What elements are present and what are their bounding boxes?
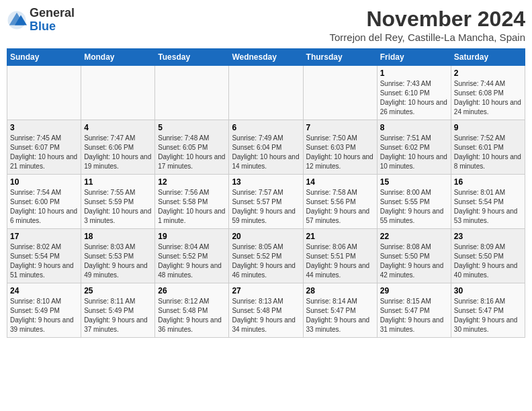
calendar-cell: 23Sunrise: 8:09 AM Sunset: 5:50 PM Dayli… [451, 229, 525, 283]
day-info: Sunrise: 8:08 AM Sunset: 5:50 PM Dayligh… [380, 242, 448, 280]
calendar-cell: 3Sunrise: 7:45 AM Sunset: 6:07 PM Daylig… [7, 120, 81, 175]
day-number: 13 [232, 177, 300, 187]
day-info: Sunrise: 8:13 AM Sunset: 5:48 PM Dayligh… [232, 297, 300, 334]
day-number: 23 [454, 232, 522, 241]
calendar-cell: 13Sunrise: 7:57 AM Sunset: 5:57 PM Dayli… [229, 175, 303, 229]
calendar-cell: 7Sunrise: 7:50 AM Sunset: 6:03 PM Daylig… [303, 120, 377, 175]
day-number: 10 [10, 177, 78, 187]
day-info: Sunrise: 7:57 AM Sunset: 5:57 PM Dayligh… [232, 188, 300, 226]
day-number: 1 [380, 68, 448, 78]
calendar-cell: 25Sunrise: 8:11 AM Sunset: 5:49 PM Dayli… [81, 283, 155, 338]
day-info: Sunrise: 8:00 AM Sunset: 5:55 PM Dayligh… [380, 188, 448, 226]
day-info: Sunrise: 8:11 AM Sunset: 5:49 PM Dayligh… [84, 297, 152, 334]
day-number: 17 [10, 232, 78, 241]
calendar-cell: 8Sunrise: 7:51 AM Sunset: 6:02 PM Daylig… [377, 120, 451, 175]
week-row-0: 1Sunrise: 7:43 AM Sunset: 6:10 PM Daylig… [7, 66, 525, 120]
calendar-cell: 11Sunrise: 7:55 AM Sunset: 5:59 PM Dayli… [81, 175, 155, 229]
day-info: Sunrise: 8:05 AM Sunset: 5:52 PM Dayligh… [232, 242, 300, 280]
day-info: Sunrise: 8:09 AM Sunset: 5:50 PM Dayligh… [454, 242, 522, 280]
day-info: Sunrise: 7:51 AM Sunset: 6:02 PM Dayligh… [380, 134, 448, 171]
calendar-cell: 21Sunrise: 8:06 AM Sunset: 5:51 PM Dayli… [303, 229, 377, 283]
day-number: 8 [380, 123, 448, 132]
logo: General Blue [7, 7, 75, 34]
calendar-cell: 27Sunrise: 8:13 AM Sunset: 5:48 PM Dayli… [229, 283, 303, 338]
day-info: Sunrise: 8:10 AM Sunset: 5:49 PM Dayligh… [10, 297, 78, 334]
day-number: 14 [306, 177, 374, 187]
day-number: 24 [10, 286, 78, 295]
day-info: Sunrise: 7:43 AM Sunset: 6:10 PM Dayligh… [380, 79, 448, 117]
day-info: Sunrise: 7:49 AM Sunset: 6:04 PM Dayligh… [232, 134, 300, 171]
calendar-cell [229, 66, 303, 120]
day-number: 4 [84, 123, 152, 132]
calendar-cell: 14Sunrise: 7:58 AM Sunset: 5:56 PM Dayli… [303, 175, 377, 229]
calendar-cell: 5Sunrise: 7:48 AM Sunset: 6:05 PM Daylig… [155, 120, 229, 175]
header-day-tuesday: Tuesday [155, 49, 229, 66]
logo-blue: Blue [30, 20, 75, 34]
day-number: 5 [158, 123, 226, 132]
day-number: 16 [454, 177, 522, 187]
calendar-cell: 19Sunrise: 8:04 AM Sunset: 5:52 PM Dayli… [155, 229, 229, 283]
calendar-cell [81, 66, 155, 120]
day-info: Sunrise: 7:44 AM Sunset: 6:08 PM Dayligh… [454, 79, 522, 117]
day-number: 26 [158, 286, 226, 295]
day-info: Sunrise: 7:52 AM Sunset: 6:01 PM Dayligh… [454, 134, 522, 171]
calendar-cell [155, 66, 229, 120]
day-number: 28 [306, 286, 374, 295]
day-number: 29 [380, 286, 448, 295]
day-number: 19 [158, 232, 226, 241]
calendar-cell: 1Sunrise: 7:43 AM Sunset: 6:10 PM Daylig… [377, 66, 451, 120]
calendar-cell: 6Sunrise: 7:49 AM Sunset: 6:04 PM Daylig… [229, 120, 303, 175]
calendar-cell: 17Sunrise: 8:02 AM Sunset: 5:54 PM Dayli… [7, 229, 81, 283]
calendar-cell: 29Sunrise: 8:15 AM Sunset: 5:47 PM Dayli… [377, 283, 451, 338]
day-number: 11 [84, 177, 152, 187]
day-info: Sunrise: 8:15 AM Sunset: 5:47 PM Dayligh… [380, 297, 448, 334]
day-info: Sunrise: 7:50 AM Sunset: 6:03 PM Dayligh… [306, 134, 374, 171]
month-title: November 2024 [329, 7, 525, 32]
logo-text: General Blue [30, 7, 75, 34]
week-row-3: 17Sunrise: 8:02 AM Sunset: 5:54 PM Dayli… [7, 229, 525, 283]
day-info: Sunrise: 7:45 AM Sunset: 6:07 PM Dayligh… [10, 134, 78, 171]
calendar-cell [7, 66, 81, 120]
calendar-cell: 24Sunrise: 8:10 AM Sunset: 5:49 PM Dayli… [7, 283, 81, 338]
calendar-header-row: SundayMondayTuesdayWednesdayThursdayFrid… [7, 49, 525, 66]
day-number: 20 [232, 232, 300, 241]
calendar-cell: 18Sunrise: 8:03 AM Sunset: 5:53 PM Dayli… [81, 229, 155, 283]
day-info: Sunrise: 7:56 AM Sunset: 5:58 PM Dayligh… [158, 188, 226, 226]
day-info: Sunrise: 8:16 AM Sunset: 5:47 PM Dayligh… [454, 297, 522, 334]
header-day-monday: Monday [81, 49, 155, 66]
day-number: 15 [380, 177, 448, 187]
calendar-cell: 4Sunrise: 7:47 AM Sunset: 6:06 PM Daylig… [81, 120, 155, 175]
day-info: Sunrise: 8:04 AM Sunset: 5:52 PM Dayligh… [158, 242, 226, 280]
day-number: 30 [454, 286, 522, 295]
week-row-4: 24Sunrise: 8:10 AM Sunset: 5:49 PM Dayli… [7, 283, 525, 338]
calendar-cell: 2Sunrise: 7:44 AM Sunset: 6:08 PM Daylig… [451, 66, 525, 120]
day-info: Sunrise: 7:54 AM Sunset: 6:00 PM Dayligh… [10, 188, 78, 226]
day-info: Sunrise: 8:01 AM Sunset: 5:54 PM Dayligh… [454, 188, 522, 226]
logo-general: General [30, 7, 75, 20]
day-info: Sunrise: 7:58 AM Sunset: 5:56 PM Dayligh… [306, 188, 374, 226]
header-day-saturday: Saturday [451, 49, 525, 66]
day-info: Sunrise: 7:47 AM Sunset: 6:06 PM Dayligh… [84, 134, 152, 171]
calendar-cell: 10Sunrise: 7:54 AM Sunset: 6:00 PM Dayli… [7, 175, 81, 229]
calendar-cell [303, 66, 377, 120]
calendar-cell: 22Sunrise: 8:08 AM Sunset: 5:50 PM Dayli… [377, 229, 451, 283]
day-info: Sunrise: 8:06 AM Sunset: 5:51 PM Dayligh… [306, 242, 374, 280]
day-number: 25 [84, 286, 152, 295]
day-number: 7 [306, 123, 374, 132]
calendar-cell: 12Sunrise: 7:56 AM Sunset: 5:58 PM Dayli… [155, 175, 229, 229]
day-number: 21 [306, 232, 374, 241]
day-number: 12 [158, 177, 226, 187]
day-info: Sunrise: 8:12 AM Sunset: 5:48 PM Dayligh… [158, 297, 226, 334]
day-info: Sunrise: 8:02 AM Sunset: 5:54 PM Dayligh… [10, 242, 78, 280]
week-row-1: 3Sunrise: 7:45 AM Sunset: 6:07 PM Daylig… [7, 120, 525, 175]
header-day-sunday: Sunday [7, 49, 81, 66]
calendar-cell: 30Sunrise: 8:16 AM Sunset: 5:47 PM Dayli… [451, 283, 525, 338]
header-day-wednesday: Wednesday [229, 49, 303, 66]
logo-icon [7, 10, 27, 30]
day-number: 18 [84, 232, 152, 241]
header-day-friday: Friday [377, 49, 451, 66]
day-info: Sunrise: 8:14 AM Sunset: 5:47 PM Dayligh… [306, 297, 374, 334]
calendar-table: SundayMondayTuesdayWednesdayThursdayFrid… [7, 48, 525, 338]
day-number: 6 [232, 123, 300, 132]
title-block: November 2024 Torrejon del Rey, Castille… [329, 7, 525, 43]
